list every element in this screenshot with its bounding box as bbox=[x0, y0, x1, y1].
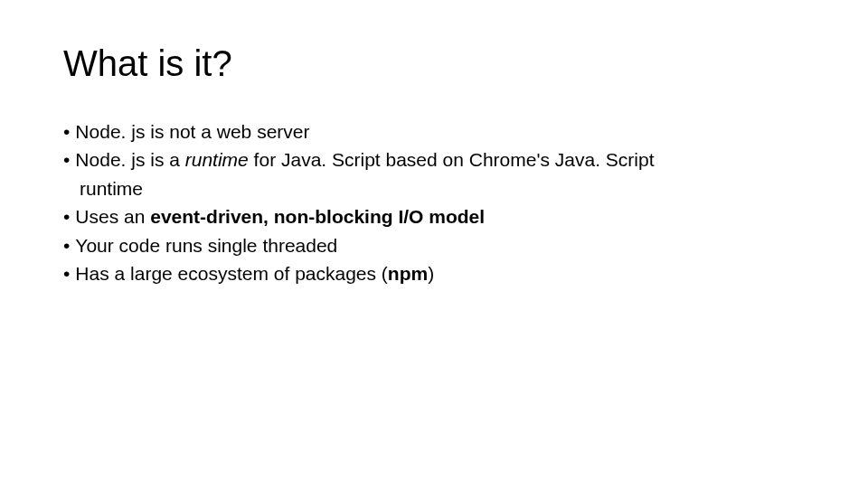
slide-title: What is it? bbox=[63, 43, 805, 84]
text-fragment: Has a large ecosystem of packages ( bbox=[75, 263, 388, 284]
text-fragment: for Java. Script based on Chrome's Java.… bbox=[249, 149, 655, 170]
bullet-text: runtime bbox=[63, 175, 805, 202]
bullet-list: • Node. js is not a web server • Node. j… bbox=[63, 118, 805, 286]
bullet-item: • Uses an event-driven, non-blocking I/O… bbox=[63, 203, 805, 230]
bullet-item-continuation: runtime bbox=[63, 175, 805, 202]
italic-text: runtime bbox=[185, 149, 249, 170]
bullet-text: Node. js is not a web server bbox=[75, 118, 805, 145]
bullet-text: Uses an event-driven, non-blocking I/O m… bbox=[75, 203, 805, 230]
bullet-marker-icon: • bbox=[63, 232, 70, 258]
bullet-item: • Has a large ecosystem of packages (npm… bbox=[63, 260, 805, 286]
bullet-text: Your code runs single threaded bbox=[75, 232, 805, 258]
text-fragment: Node. js is a bbox=[75, 149, 184, 170]
text-fragment: ) bbox=[428, 263, 434, 284]
bullet-text: Has a large ecosystem of packages (npm) bbox=[75, 260, 805, 286]
bullet-item: • Your code runs single threaded bbox=[63, 232, 805, 258]
bullet-item: • Node. js is a runtime for Java. Script… bbox=[63, 146, 805, 173]
bullet-marker-icon: • bbox=[63, 146, 70, 173]
bullet-text: Node. js is a runtime for Java. Script b… bbox=[75, 146, 805, 173]
bullet-marker-icon: • bbox=[63, 203, 70, 230]
bullet-marker-icon: • bbox=[63, 260, 70, 286]
bold-text: npm bbox=[388, 263, 428, 284]
bullet-item: • Node. js is not a web server bbox=[63, 118, 805, 145]
text-fragment: Uses an bbox=[75, 206, 150, 227]
bold-text: event-driven, non-blocking I/O model bbox=[150, 206, 485, 227]
bullet-marker-icon: • bbox=[63, 118, 70, 145]
